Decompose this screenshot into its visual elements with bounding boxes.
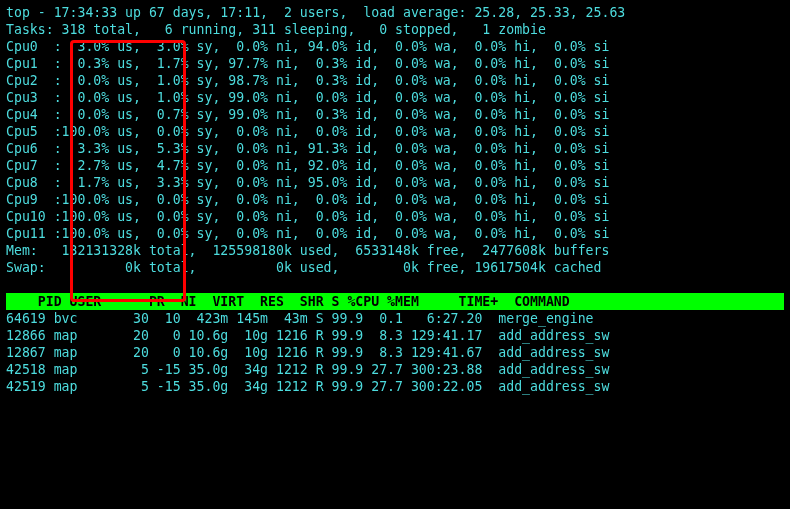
top-output: top - 17:34:33 up 67 days, 17:11, 2 user… — [6, 4, 784, 395]
